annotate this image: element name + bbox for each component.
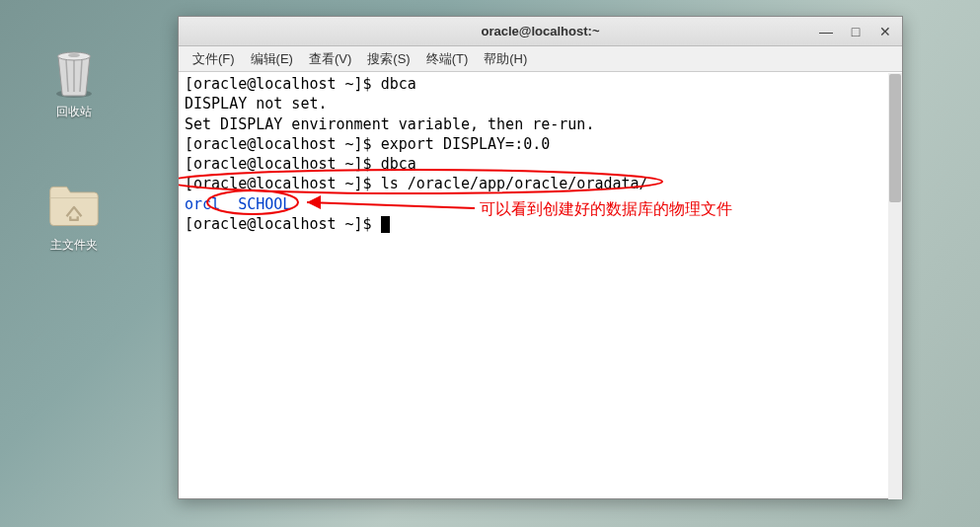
terminal-line: [oracle@localhost ~]$ dbca [185,74,896,94]
trash-can-icon [46,44,102,100]
menu-search[interactable]: 搜索(S) [359,47,417,71]
terminal-window: oracle@localhost:~ — □ ✕ 文件(F) 编辑(E) 查看(… [178,16,903,499]
terminal-line: [oracle@localhost ~]$ export DISPLAY=:0.… [185,134,896,154]
window-title: oracle@localhost:~ [482,24,600,38]
folder-icon [46,178,102,233]
svg-point-5 [68,53,80,57]
scrollbar[interactable] [888,73,902,499]
minimize-button[interactable]: — [815,22,837,41]
home-folder-label: 主文件夹 [35,237,113,254]
maximize-button[interactable]: □ [845,22,867,41]
terminal-line: [oracle@localhost ~]$ ls /oracle/app/ora… [185,174,896,193]
terminal-line: Set DISPLAY environment variable, then r… [185,114,896,134]
terminal-content[interactable]: [oracle@localhost ~]$ dbcaDISPLAY not se… [179,72,902,498]
terminal-line: DISPLAY not set. [185,94,896,113]
titlebar[interactable]: oracle@localhost:~ — □ ✕ [179,17,902,46]
desktop-trash-icon[interactable]: 回收站 [35,44,113,120]
window-controls: — □ ✕ [815,22,896,41]
menubar: 文件(F) 编辑(E) 查看(V) 搜索(S) 终端(T) 帮助(H) [179,46,902,72]
menu-terminal[interactable]: 终端(T) [418,47,477,71]
scroll-thumb[interactable] [889,74,901,202]
menu-view[interactable]: 查看(V) [301,47,359,71]
menu-help[interactable]: 帮助(H) [476,47,535,71]
menu-edit[interactable]: 编辑(E) [243,47,301,71]
close-button[interactable]: ✕ [874,22,896,41]
desktop-home-folder-icon[interactable]: 主文件夹 [35,178,113,254]
annotation-text: 可以看到创建好的数据库的物理文件 [480,198,732,220]
trash-label: 回收站 [35,104,113,120]
cursor [381,216,390,233]
terminal-line: [oracle@localhost ~]$ dbca [185,154,896,174]
menu-file[interactable]: 文件(F) [185,47,243,71]
